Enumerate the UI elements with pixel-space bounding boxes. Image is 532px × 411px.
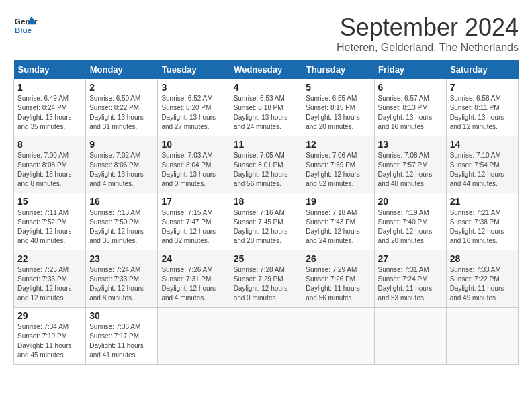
day-number: 26 <box>306 253 370 264</box>
day-number: 17 <box>161 196 226 207</box>
table-cell: 10Sunrise: 7:03 AM Sunset: 8:04 PM Dayli… <box>158 136 230 193</box>
day-number: 21 <box>450 196 515 207</box>
table-cell: 17Sunrise: 7:15 AM Sunset: 7:47 PM Dayli… <box>158 193 230 250</box>
day-info: Sunrise: 6:52 AM Sunset: 8:20 PM Dayligh… <box>161 94 226 132</box>
table-cell: 9Sunrise: 7:02 AM Sunset: 8:06 PM Daylig… <box>86 136 158 193</box>
day-number: 7 <box>450 82 515 93</box>
table-cell: 29Sunrise: 7:34 AM Sunset: 7:19 PM Dayli… <box>14 308 86 365</box>
table-cell: 18Sunrise: 7:16 AM Sunset: 7:45 PM Dayli… <box>230 193 302 250</box>
table-cell: 11Sunrise: 7:05 AM Sunset: 8:01 PM Dayli… <box>230 136 302 193</box>
table-cell: 19Sunrise: 7:18 AM Sunset: 7:43 PM Dayli… <box>302 193 374 250</box>
day-number: 27 <box>378 253 443 264</box>
table-cell <box>302 308 374 365</box>
table-cell <box>230 308 302 365</box>
table-cell: 25Sunrise: 7:28 AM Sunset: 7:29 PM Dayli… <box>230 250 302 308</box>
header-saturday: Saturday <box>446 60 518 79</box>
week-row-1: 8Sunrise: 7:00 AM Sunset: 8:08 PM Daylig… <box>14 136 519 193</box>
logo: General Blue <box>13 13 38 38</box>
table-cell <box>158 308 230 365</box>
week-row-2: 15Sunrise: 7:11 AM Sunset: 7:52 PM Dayli… <box>14 193 519 250</box>
header-monday: Monday <box>86 60 158 79</box>
location-title: Heteren, Gelderland, The Netherlands <box>337 42 519 54</box>
week-row-3: 22Sunrise: 7:23 AM Sunset: 7:36 PM Dayli… <box>14 250 519 308</box>
table-cell: 26Sunrise: 7:29 AM Sunset: 7:26 PM Dayli… <box>302 250 374 308</box>
day-info: Sunrise: 6:58 AM Sunset: 8:11 PM Dayligh… <box>450 94 515 132</box>
day-number: 9 <box>89 139 154 150</box>
day-info: Sunrise: 7:15 AM Sunset: 7:47 PM Dayligh… <box>161 208 226 246</box>
day-number: 14 <box>450 139 515 150</box>
day-info: Sunrise: 7:13 AM Sunset: 7:50 PM Dayligh… <box>89 208 154 246</box>
day-info: Sunrise: 7:23 AM Sunset: 7:36 PM Dayligh… <box>17 265 82 303</box>
table-cell: 7Sunrise: 6:58 AM Sunset: 8:11 PM Daylig… <box>446 79 518 136</box>
day-info: Sunrise: 7:18 AM Sunset: 7:43 PM Dayligh… <box>306 208 370 246</box>
table-cell: 14Sunrise: 7:10 AM Sunset: 7:54 PM Dayli… <box>446 136 518 193</box>
day-number: 18 <box>234 196 299 207</box>
table-cell: 3Sunrise: 6:52 AM Sunset: 8:20 PM Daylig… <box>158 79 230 136</box>
day-number: 5 <box>306 82 370 93</box>
day-number: 23 <box>89 253 154 264</box>
day-info: Sunrise: 7:36 AM Sunset: 7:17 PM Dayligh… <box>89 322 154 360</box>
header-tuesday: Tuesday <box>158 60 230 79</box>
day-number: 20 <box>378 196 443 207</box>
day-info: Sunrise: 7:28 AM Sunset: 7:29 PM Dayligh… <box>234 265 299 303</box>
day-info: Sunrise: 7:06 AM Sunset: 7:59 PM Dayligh… <box>306 151 370 189</box>
table-cell: 22Sunrise: 7:23 AM Sunset: 7:36 PM Dayli… <box>14 250 86 308</box>
day-number: 22 <box>17 253 82 264</box>
table-cell: 23Sunrise: 7:24 AM Sunset: 7:33 PM Dayli… <box>86 250 158 308</box>
day-number: 2 <box>89 82 154 93</box>
day-info: Sunrise: 6:53 AM Sunset: 8:18 PM Dayligh… <box>234 94 299 132</box>
calendar-table: Sunday Monday Tuesday Wednesday Thursday… <box>13 60 519 365</box>
header-thursday: Thursday <box>302 60 374 79</box>
day-number: 11 <box>234 139 299 150</box>
table-cell: 16Sunrise: 7:13 AM Sunset: 7:50 PM Dayli… <box>86 193 158 250</box>
day-number: 19 <box>306 196 370 207</box>
day-info: Sunrise: 7:24 AM Sunset: 7:33 PM Dayligh… <box>89 265 154 303</box>
week-row-0: 1Sunrise: 6:49 AM Sunset: 8:24 PM Daylig… <box>14 79 519 136</box>
day-number: 12 <box>306 139 370 150</box>
day-number: 1 <box>17 82 82 93</box>
day-number: 3 <box>161 82 226 93</box>
svg-text:Blue: Blue <box>15 26 32 34</box>
day-info: Sunrise: 7:16 AM Sunset: 7:45 PM Dayligh… <box>234 208 299 246</box>
day-info: Sunrise: 7:08 AM Sunset: 7:57 PM Dayligh… <box>378 151 443 189</box>
day-info: Sunrise: 6:49 AM Sunset: 8:24 PM Dayligh… <box>17 94 82 132</box>
day-number: 8 <box>17 139 82 150</box>
day-info: Sunrise: 7:26 AM Sunset: 7:31 PM Dayligh… <box>161 265 226 303</box>
header-wednesday: Wednesday <box>230 60 302 79</box>
day-info: Sunrise: 7:21 AM Sunset: 7:38 PM Dayligh… <box>450 208 515 246</box>
week-row-4: 29Sunrise: 7:34 AM Sunset: 7:19 PM Dayli… <box>14 308 519 365</box>
header-sunday: Sunday <box>14 60 86 79</box>
table-cell: 5Sunrise: 6:55 AM Sunset: 8:15 PM Daylig… <box>302 79 374 136</box>
table-cell: 28Sunrise: 7:33 AM Sunset: 7:22 PM Dayli… <box>446 250 518 308</box>
days-header-row: Sunday Monday Tuesday Wednesday Thursday… <box>14 60 519 79</box>
table-cell: 2Sunrise: 6:50 AM Sunset: 8:22 PM Daylig… <box>86 79 158 136</box>
day-info: Sunrise: 7:02 AM Sunset: 8:06 PM Dayligh… <box>89 151 154 189</box>
table-cell: 15Sunrise: 7:11 AM Sunset: 7:52 PM Dayli… <box>14 193 86 250</box>
month-title: September 2024 <box>337 13 519 42</box>
day-number: 15 <box>17 196 82 207</box>
table-cell: 21Sunrise: 7:21 AM Sunset: 7:38 PM Dayli… <box>446 193 518 250</box>
table-cell <box>374 308 446 365</box>
day-info: Sunrise: 7:33 AM Sunset: 7:22 PM Dayligh… <box>450 265 515 303</box>
day-number: 29 <box>17 310 82 321</box>
day-number: 25 <box>234 253 299 264</box>
table-cell: 12Sunrise: 7:06 AM Sunset: 7:59 PM Dayli… <box>302 136 374 193</box>
title-block: September 2024 Heteren, Gelderland, The … <box>337 13 519 54</box>
table-cell: 1Sunrise: 6:49 AM Sunset: 8:24 PM Daylig… <box>14 79 86 136</box>
day-info: Sunrise: 7:29 AM Sunset: 7:26 PM Dayligh… <box>306 265 370 303</box>
day-info: Sunrise: 7:03 AM Sunset: 8:04 PM Dayligh… <box>161 151 226 189</box>
table-cell: 24Sunrise: 7:26 AM Sunset: 7:31 PM Dayli… <box>158 250 230 308</box>
table-cell: 27Sunrise: 7:31 AM Sunset: 7:24 PM Dayli… <box>374 250 446 308</box>
day-info: Sunrise: 7:34 AM Sunset: 7:19 PM Dayligh… <box>17 322 82 360</box>
table-cell: 30Sunrise: 7:36 AM Sunset: 7:17 PM Dayli… <box>86 308 158 365</box>
table-cell: 4Sunrise: 6:53 AM Sunset: 8:18 PM Daylig… <box>230 79 302 136</box>
day-info: Sunrise: 6:50 AM Sunset: 8:22 PM Dayligh… <box>89 94 154 132</box>
day-number: 4 <box>234 82 299 93</box>
day-info: Sunrise: 7:00 AM Sunset: 8:08 PM Dayligh… <box>17 151 82 189</box>
day-info: Sunrise: 6:55 AM Sunset: 8:15 PM Dayligh… <box>306 94 370 132</box>
day-info: Sunrise: 6:57 AM Sunset: 8:13 PM Dayligh… <box>378 94 443 132</box>
table-cell: 6Sunrise: 6:57 AM Sunset: 8:13 PM Daylig… <box>374 79 446 136</box>
table-cell <box>446 308 518 365</box>
table-cell: 8Sunrise: 7:00 AM Sunset: 8:08 PM Daylig… <box>14 136 86 193</box>
day-info: Sunrise: 7:19 AM Sunset: 7:40 PM Dayligh… <box>378 208 443 246</box>
